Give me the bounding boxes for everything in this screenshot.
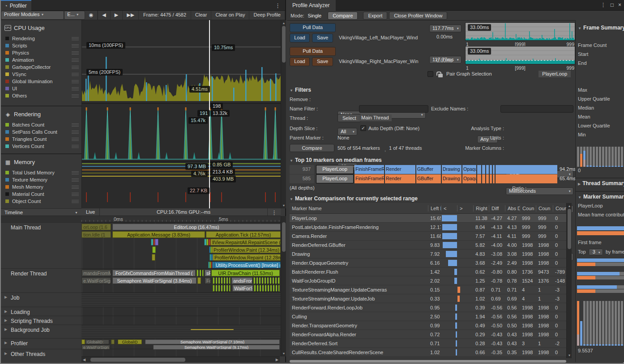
drag-handle-icon[interactable] xyxy=(72,123,79,127)
timeline-bar[interactable] xyxy=(213,285,231,292)
top10-segment[interactable]: GBuffer xyxy=(416,174,441,183)
drag-handle-icon[interactable] xyxy=(72,145,79,148)
timeline-bar[interactable]: ForGfxCommandsFromMainThread ( xyxy=(112,270,196,276)
foldout-arrow-icon[interactable]: ▶ xyxy=(4,309,7,313)
table-row[interactable]: RenderForwardAlpha.Render0.720.29-0.430.… xyxy=(290,330,569,339)
tab-profile-analyzer[interactable]: Profile Analyzer xyxy=(287,0,336,11)
top10-segment[interactable] xyxy=(490,165,492,174)
table-row[interactable]: TextureStreamingManager.UpdateJob0.331.0… xyxy=(290,294,569,303)
frame-summary-header[interactable]: ▼Frame Summary xyxy=(578,25,624,31)
table-row[interactable]: BatchRenderer.Flush1.420.62-0.800.801736… xyxy=(290,267,569,276)
column-header-1[interactable]: Left M xyxy=(428,205,441,212)
module-item-global-illumination[interactable]: Global Illumination xyxy=(1,78,81,85)
table-row[interactable]: TextureStreamingManager.UpdateCameras0.1… xyxy=(290,285,569,294)
clear-on-play-button[interactable]: Clear on Play xyxy=(211,11,249,20)
editor-target-dropdown[interactable]: E... xyxy=(64,11,85,20)
track-label-render-thread[interactable]: Render Thread xyxy=(1,268,81,292)
drag-handle-icon[interactable] xyxy=(72,59,79,62)
timeline-bar[interactable]: mandsFromM xyxy=(81,270,111,276)
thread-select-button[interactable]: Select xyxy=(338,114,361,122)
timeline-bar[interactable]: Semaphore.WaitForSignal (9.17ms) xyxy=(153,345,280,350)
record-button[interactable]: ◉ xyxy=(85,11,98,20)
table-row[interactable]: CullResults.CreateSharedRendererScene1.0… xyxy=(290,348,569,357)
top10-segment[interactable]: Drawing xyxy=(442,165,462,174)
column-header-5[interactable]: Diff xyxy=(489,205,505,212)
table-row[interactable]: RenderForward.RenderLoopJob0.950.39-0.56… xyxy=(290,303,569,312)
top10-segment[interactable]: Render xyxy=(385,165,415,174)
mode-compare-button[interactable]: Compare xyxy=(328,12,358,20)
mode-single[interactable]: Single xyxy=(308,13,322,18)
timeline-bar[interactable] xyxy=(213,277,231,284)
marker-summary-header[interactable]: ▼Marker Summary xyxy=(578,194,624,200)
foldout-arrow-icon[interactable]: ▶ xyxy=(4,295,7,299)
module-item-ui[interactable]: UI xyxy=(1,85,81,92)
table-row[interactable]: RenderDeferred.Sort0.710.28-0.430.4331-2 xyxy=(290,339,569,348)
table-row[interactable]: Drawing7.924.83-3.083.08199819980 xyxy=(290,250,569,258)
track-label-loading[interactable]: ▶Loading xyxy=(1,307,81,316)
drag-handle-icon[interactable] xyxy=(72,200,79,203)
drag-handle-icon[interactable] xyxy=(72,138,79,141)
load-button[interactable]: Load xyxy=(290,34,310,42)
frame-time-dropdown[interactable]: 117.77ms xyxy=(429,25,462,32)
name-filter-scope-dropdown[interactable]: All xyxy=(338,128,357,135)
table-row[interactable]: PostLateUpdate.FinishFrameRendering12.17… xyxy=(290,223,569,232)
timeline-bar[interactable] xyxy=(81,339,85,344)
timeline-bar[interactable]: orLoop (1.6 xyxy=(81,224,111,230)
module-item-vsync[interactable]: VSync xyxy=(1,71,81,78)
name-filter-input[interactable] xyxy=(359,105,428,113)
timeline-bar[interactable]: For xyxy=(205,277,211,284)
top10-segment[interactable] xyxy=(496,165,557,174)
deep-profile-button[interactable]: Deep Profile xyxy=(249,11,285,20)
close-icon[interactable]: × xyxy=(618,2,621,8)
top10-segment[interactable]: GBuffer xyxy=(416,165,441,174)
module-item-texture-memory[interactable]: Texture Memory xyxy=(1,176,81,183)
drag-handle-icon[interactable] xyxy=(72,186,79,189)
track-label-profiler[interactable]: ▶Profiler xyxy=(1,338,81,349)
track-label-scripting-threads[interactable]: ▶Scripting Threads xyxy=(1,316,81,325)
timeline-scrollbar[interactable]: ▼ xyxy=(281,216,286,356)
live-button[interactable]: Live xyxy=(81,208,100,216)
column-header-3[interactable]: > xyxy=(457,205,473,212)
load-button[interactable]: Load xyxy=(290,57,310,66)
top10-segment[interactable]: Drawing xyxy=(442,174,462,183)
table-row[interactable]: RenderDeferred.GBuffer9.835.82-4.004.001… xyxy=(290,241,569,250)
top10-segment[interactable]: Render xyxy=(385,174,415,183)
profiler-modules-dropdown[interactable]: Profiler Modules xyxy=(1,11,64,20)
frame-graph[interactable]: 33.00ms xyxy=(465,22,575,41)
module-item-triangles-count[interactable]: Triangles Count xyxy=(1,135,81,143)
clear-button[interactable]: Clear xyxy=(191,11,211,20)
top10-marker-name[interactable]: PlayerLoop xyxy=(316,165,354,174)
timeline-bar[interactable]: ProfilerWindow.Paint (12.34ms) xyxy=(212,246,281,253)
save-button[interactable]: Save xyxy=(312,34,333,42)
drag-handle-icon[interactable] xyxy=(72,44,79,47)
drag-handle-icon[interactable] xyxy=(72,37,79,40)
top10-segment[interactable]: FinishFrameRendering xyxy=(355,165,384,174)
top10-segment[interactable] xyxy=(482,165,485,174)
module-item-mesh-memory[interactable]: Mesh Memory xyxy=(1,183,81,190)
top10-segment[interactable] xyxy=(493,165,495,174)
timeline-menu-icon[interactable]: ⋮ xyxy=(267,208,281,216)
profiler-menu-icon[interactable]: ⋮ xyxy=(275,2,281,9)
first-frame-button[interactable]: ◀ xyxy=(98,11,110,20)
drag-handle-icon[interactable] xyxy=(72,171,79,174)
table-row[interactable]: Culling2.501.94-0.560.56199819980 xyxy=(290,312,569,321)
foldout-arrow-icon[interactable]: ▶ xyxy=(4,327,7,331)
drag-handle-icon[interactable] xyxy=(72,178,79,182)
drag-handle-icon[interactable] xyxy=(72,80,79,83)
timeline-bar[interactable]: UIR.DrawChain (11.53ms) xyxy=(211,270,280,276)
top10-marker-name[interactable]: PlayerLoop xyxy=(316,174,354,183)
auto-depth-checkbox[interactable]: ✓ xyxy=(360,125,366,131)
module-item-scripts[interactable]: Scripts xyxy=(1,42,81,49)
drag-handle-icon[interactable] xyxy=(72,73,79,76)
timeline-bar[interactable]: Semaphore.WaitForSignal (3.84ms) xyxy=(112,277,197,284)
pull-data-button[interactable]: Pull Data xyxy=(290,47,336,56)
table-hscroll-thumb[interactable] xyxy=(290,360,566,363)
frame-graph[interactable]: 33.00ms xyxy=(465,46,575,64)
module-item-physics[interactable]: Physics xyxy=(1,49,81,56)
timeline-bar[interactable]: llView.RepaintAll.RepaintScene (12.35m xyxy=(210,239,281,245)
timeline-view[interactable]: 0ms 5ms Main ThreadRender Thread▶Job▶Loa… xyxy=(1,216,281,356)
column-header-8[interactable]: Coun xyxy=(536,205,553,212)
top10-segment[interactable]: Opaque xyxy=(462,174,476,183)
column-header-2[interactable]: < xyxy=(441,205,457,212)
top10-segment[interactable] xyxy=(486,165,489,174)
